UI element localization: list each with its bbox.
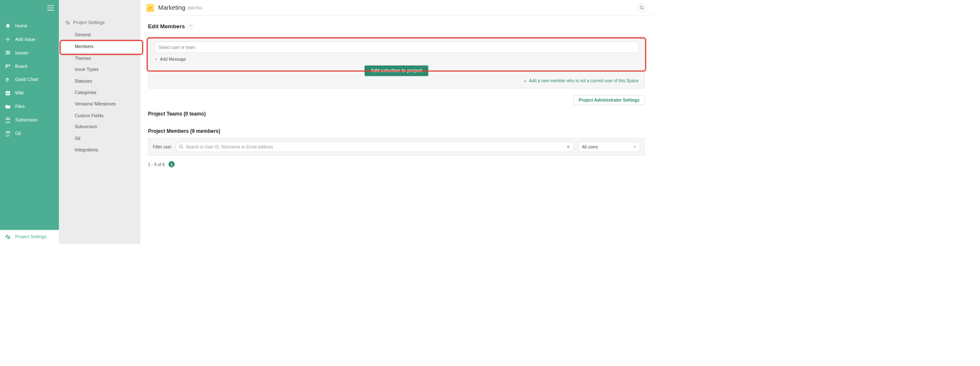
project-key: (MKTG) — [188, 5, 202, 10]
settings-item-label: Versions/ Milestones — [75, 102, 116, 106]
search-icon — [178, 144, 183, 149]
settings-item-git[interactable]: Git — [59, 133, 140, 144]
filter-users-select[interactable]: All users — [578, 142, 640, 152]
topbar: Marketing (MKTG) — [140, 0, 652, 16]
help-icon[interactable]: ? — [188, 24, 193, 29]
hamburger-icon[interactable] — [47, 5, 54, 11]
filter-user-input[interactable] — [186, 145, 565, 149]
sidebar: Home Add Issue Issues Board Gantt Chart … — [0, 0, 59, 244]
settings-item-members[interactable]: Members — [59, 40, 140, 53]
nav-label: Subversion — [15, 118, 38, 123]
svn-icon: SVN — [5, 117, 11, 124]
page-title-row: Edit Members ? — [148, 23, 645, 30]
chevron-down-icon — [633, 145, 636, 148]
settings-header: Project Settings — [59, 20, 140, 29]
admin-button-row: Project Administrator Settings — [148, 95, 645, 105]
filter-input-wrap: ✕ — [175, 142, 574, 152]
project-teams-heading: Project Teams (0 teams) — [148, 111, 645, 117]
nav-item-files[interactable]: Files — [0, 100, 59, 113]
nav-label: Wiki — [15, 91, 24, 96]
nav-label: Files — [15, 104, 24, 109]
settings-item-label: Themes — [75, 56, 91, 60]
nav-label: Project Settings — [15, 234, 47, 240]
nav-item-gantt[interactable]: Gantt Chart — [0, 73, 59, 86]
settings-item-integrations[interactable]: Integrations — [59, 144, 140, 156]
project-title: Marketing — [158, 4, 185, 11]
sidebar-top — [0, 0, 59, 16]
settings-item-label: Integrations — [75, 148, 98, 152]
pager-row: 1 - 9 of 9 1 — [148, 161, 645, 167]
plus-icon — [5, 36, 11, 43]
search-icon — [639, 5, 644, 10]
nav-item-home[interactable]: Home — [0, 19, 59, 32]
filter-box: Filter user ✕ All users — [148, 138, 645, 156]
content: Edit Members ? Add Message Add selection… — [140, 16, 652, 244]
settings-panel: Project Settings General Members Themes … — [59, 0, 140, 244]
add-message-toggle[interactable]: Add Message — [154, 57, 638, 62]
pager-text: 1 - 9 of 9 — [148, 162, 164, 167]
project-icon — [146, 4, 154, 12]
settings-list: General Members Themes Issue Types Statu… — [59, 29, 140, 156]
nav-list: Home Add Issue Issues Board Gantt Chart … — [0, 16, 59, 230]
project-admin-settings-button[interactable]: Project Administrator Settings — [573, 95, 645, 105]
nav-label: Issues — [15, 50, 28, 55]
settings-item-label: Members — [75, 44, 93, 48]
nav-label: Gantt Chart — [15, 77, 38, 82]
nav-label: Home — [15, 23, 27, 28]
gear-icon — [65, 20, 70, 25]
settings-item-label: Statuses — [75, 79, 92, 83]
main: Marketing (MKTG) Edit Members ? Add Mess… — [140, 0, 652, 244]
chevron-right-icon — [154, 57, 158, 61]
settings-item-versions[interactable]: Versions/ Milestones — [59, 99, 140, 110]
svg-line-5 — [182, 148, 183, 149]
svg-point-4 — [179, 145, 182, 148]
add-selection-button[interactable]: Add selection to project — [365, 65, 428, 76]
board-icon — [5, 63, 11, 70]
nav-item-git[interactable]: GIT Git — [0, 127, 59, 140]
nav-label: Git — [15, 131, 21, 136]
svg-point-2 — [640, 6, 643, 9]
home-icon — [5, 22, 11, 29]
nav-label: Board — [15, 64, 27, 69]
settings-item-label: Subversion — [75, 124, 97, 129]
settings-item-label: Git — [75, 136, 81, 140]
page-current[interactable]: 1 — [169, 161, 175, 167]
settings-item-label: Custom Fields — [75, 113, 103, 118]
nav-item-svn[interactable]: SVN Subversion — [0, 113, 59, 127]
settings-item-categories[interactable]: Categories — [59, 87, 140, 98]
nav-item-board[interactable]: Board — [0, 59, 59, 73]
settings-item-general[interactable]: General — [59, 29, 140, 40]
settings-header-label: Project Settings — [73, 20, 105, 25]
add-message-label: Add Message — [160, 57, 186, 62]
filter-select-value: All users — [582, 145, 598, 149]
nav-item-issues[interactable]: Issues — [0, 46, 59, 59]
settings-item-subversion[interactable]: Subversion — [59, 121, 140, 133]
files-icon — [5, 103, 11, 110]
filter-label: Filter user — [153, 145, 171, 149]
gear-icon — [5, 234, 11, 240]
nav-item-project-settings[interactable]: Project Settings — [0, 230, 59, 244]
page-title: Edit Members — [148, 23, 185, 30]
settings-item-statuses[interactable]: Statuses — [59, 75, 140, 87]
nav-item-wiki[interactable]: W Wiki — [0, 86, 59, 100]
gantt-icon — [5, 76, 11, 83]
git-icon: GIT — [5, 130, 11, 137]
settings-item-themes[interactable]: Themes — [59, 53, 140, 64]
add-new-member-row: Add a new member who is not a current us… — [154, 78, 638, 83]
nav-item-add-issue[interactable]: Add Issue — [0, 32, 59, 46]
add-member-box: Add Message Add selection to project Add… — [148, 36, 645, 89]
search-button[interactable] — [638, 3, 646, 12]
svg-line-3 — [643, 8, 644, 10]
triangle-right-icon — [524, 80, 527, 83]
wiki-icon: W — [5, 90, 11, 97]
clear-filter-icon[interactable]: ✕ — [565, 144, 571, 150]
settings-item-custom-fields[interactable]: Custom Fields — [59, 110, 140, 121]
settings-item-label: Categories — [75, 90, 97, 95]
settings-item-label: General — [75, 32, 91, 37]
select-user-input[interactable] — [154, 42, 638, 53]
settings-item-label: Issue Types — [75, 67, 99, 72]
settings-item-issue-types[interactable]: Issue Types — [59, 64, 140, 75]
list-icon — [5, 49, 11, 56]
add-new-member-link[interactable]: Add a new member who is not a current us… — [529, 78, 638, 83]
svg-text:W: W — [6, 92, 9, 95]
